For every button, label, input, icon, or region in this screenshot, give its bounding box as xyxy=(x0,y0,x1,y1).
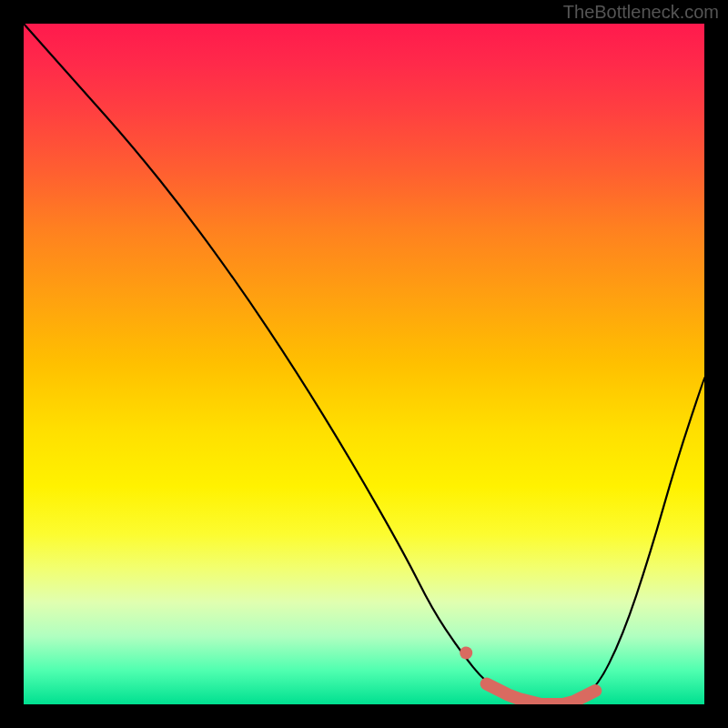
bottleneck-chart xyxy=(24,24,704,704)
watermark-text: TheBottleneck.com xyxy=(563,2,719,23)
optimum-start-dot xyxy=(460,647,472,660)
bottleneck-curve-line xyxy=(24,24,704,704)
optimum-range-marker xyxy=(487,684,596,704)
